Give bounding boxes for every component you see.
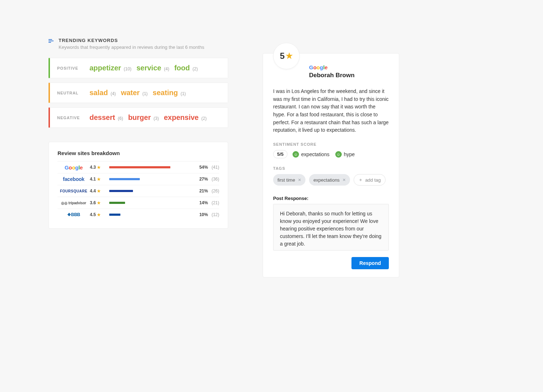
keyword-item[interactable]: dessert (6): [89, 113, 123, 122]
site-rating: 4.5★: [90, 212, 104, 217]
smile-icon: ☺: [293, 151, 299, 158]
rating-badge: 5 ★: [273, 43, 300, 69]
bar-chart-icon: [49, 38, 55, 45]
smile-icon: ☺: [335, 151, 342, 158]
keyword-item[interactable]: burger (3): [128, 113, 159, 122]
keyword-item[interactable]: salad (4): [89, 89, 116, 97]
plus-icon: ＋: [358, 177, 363, 183]
site-bar: [109, 202, 196, 204]
svg-rect-2: [49, 42, 51, 43]
star-icon: ★: [97, 201, 101, 205]
trending-keywords-title: TRENDING KEYWORDS: [59, 38, 204, 43]
breakdown-title: Review sites breakdown: [57, 150, 219, 156]
remove-tag-icon[interactable]: ✕: [342, 178, 346, 182]
trending-keywords-header: TRENDING KEYWORDS Keywords that frequent…: [49, 38, 228, 50]
site-row[interactable]: Google4.3★54%(41): [57, 161, 219, 173]
sentiment-keyword: ☺hype: [335, 151, 355, 158]
site-rating: 4.4★: [90, 188, 104, 193]
sentiment-score-pill: 5/5: [273, 150, 287, 158]
keyword-item[interactable]: water (1): [121, 89, 147, 97]
keyword-group-label: NEUTRAL: [57, 91, 89, 95]
site-logo: FOURSQUARE: [57, 188, 90, 193]
add-tag-button[interactable]: ＋ add tag: [354, 174, 385, 186]
site-logo: ❖BBB: [57, 212, 90, 217]
trending-keywords-subtitle: Keywords that frequently appeared in rev…: [59, 45, 204, 50]
star-icon: ★: [97, 189, 101, 193]
site-logo: ◎◎ tripadvisor: [57, 200, 90, 205]
svg-rect-1: [49, 41, 54, 41]
keyword-card-negative: NEGATIVEdessert (6)burger (3)expensive (…: [49, 107, 228, 128]
response-textarea[interactable]: [273, 204, 389, 251]
sentiment-score-label: SENTIMENT SCORE: [273, 142, 389, 146]
keyword-item[interactable]: expensive (2): [164, 113, 207, 122]
site-row[interactable]: ❖BBB4.5★10%(12): [57, 209, 219, 220]
site-percent: 54%: [199, 165, 212, 170]
tags-label: TAGS: [273, 166, 389, 171]
keyword-item[interactable]: appetizer (10): [89, 64, 132, 72]
site-rating: 4.3★: [90, 165, 104, 170]
star-icon: ★: [97, 177, 101, 182]
star-icon: ★: [97, 165, 101, 170]
review-card: 5 ★ Google Deborah Brown I was in Los An…: [263, 53, 399, 277]
post-response-label: Post Response:: [273, 196, 389, 201]
site-bar: [109, 190, 196, 192]
review-source-logo: Google: [309, 64, 389, 70]
tag-pill[interactable]: first time ✕: [273, 174, 305, 186]
site-count: (36): [212, 177, 219, 182]
review-sites-breakdown-card: Review sites breakdown Google4.3★54%(41)…: [49, 142, 228, 229]
site-logo: Google: [57, 164, 90, 171]
site-percent: 27%: [199, 177, 212, 182]
reviewer-name: Deborah Brown: [309, 72, 389, 79]
svg-rect-0: [49, 39, 52, 40]
site-percent: 14%: [199, 200, 212, 205]
site-logo: facebook: [57, 176, 90, 182]
site-count: (21): [212, 200, 219, 205]
rating-value: 5: [280, 51, 285, 61]
site-bar: [109, 214, 196, 216]
site-count: (26): [212, 188, 219, 193]
site-row[interactable]: FOURSQUARE4.4★21%(26): [57, 185, 219, 197]
keyword-card-positive: POSITIVEappetizer (10)service (4)food (2…: [49, 58, 228, 78]
keyword-group-label: POSITIVE: [57, 66, 89, 70]
site-bar: [109, 166, 196, 168]
respond-button[interactable]: Respond: [351, 257, 389, 269]
keyword-item[interactable]: seating (1): [153, 89, 186, 97]
site-rating: 4.1★: [90, 177, 104, 182]
site-rating: 3.6★: [90, 200, 104, 205]
keyword-card-neutral: NEUTRALsalad (4)water (1)seating (1): [49, 83, 228, 103]
keyword-item[interactable]: food (2): [174, 64, 198, 72]
site-count: (12): [212, 212, 219, 217]
remove-tag-icon[interactable]: ✕: [298, 178, 301, 182]
site-row[interactable]: ◎◎ tripadvisor3.6★14%(21): [57, 197, 219, 209]
site-count: (41): [212, 165, 219, 170]
site-percent: 21%: [199, 188, 212, 193]
keyword-group-label: NEGATIVE: [57, 116, 89, 120]
review-body: I was in Los Angeles for the weekend, an…: [273, 88, 389, 134]
star-icon: ★: [286, 51, 293, 61]
sentiment-keyword: ☺expectations: [293, 151, 330, 158]
star-icon: ★: [97, 213, 101, 217]
site-percent: 10%: [199, 212, 212, 217]
site-row[interactable]: facebook4.1★27%(36): [57, 173, 219, 185]
keyword-item[interactable]: service (4): [137, 64, 169, 72]
site-bar: [109, 178, 196, 180]
tag-pill[interactable]: expectations ✕: [309, 174, 350, 186]
